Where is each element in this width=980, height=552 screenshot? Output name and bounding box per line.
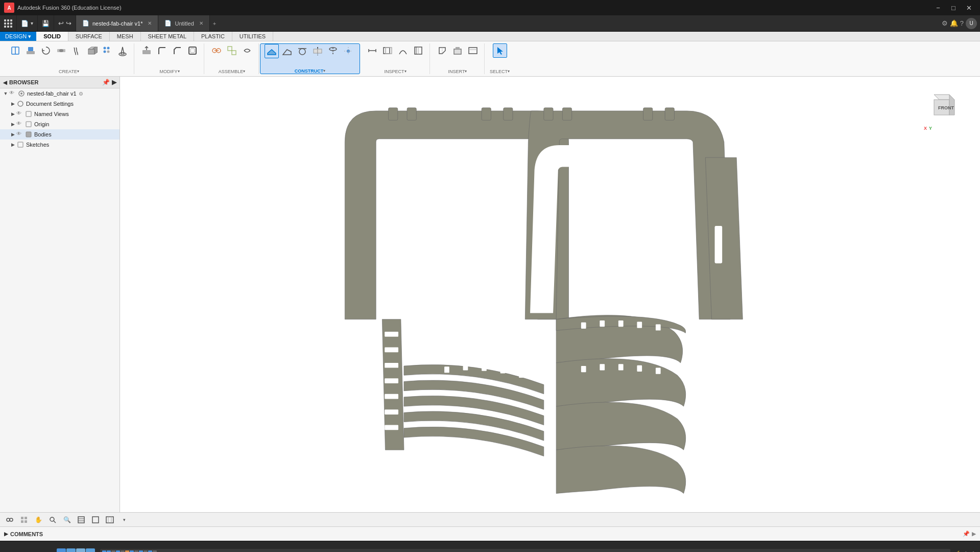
undo-button[interactable]: ↩ ↪ xyxy=(54,15,76,31)
design-menu-button[interactable]: DESIGN ▾ xyxy=(0,32,36,41)
zoom-in-icon[interactable]: 🔍 xyxy=(61,514,73,525)
axis-through-cylinder-tool[interactable] xyxy=(326,44,340,58)
toolbar-tab-mesh[interactable]: MESH xyxy=(110,32,141,41)
select-group-label[interactable]: SELECT ▾ xyxy=(490,68,510,74)
joint-tool[interactable] xyxy=(209,43,224,58)
loft-tool[interactable] xyxy=(115,43,130,58)
timeline-marker-sketch2[interactable] xyxy=(66,548,76,553)
curvature-comb-tool[interactable] xyxy=(396,43,410,58)
inspect-group-label[interactable]: INSPECT ▾ xyxy=(384,68,406,74)
browser-pin-icon[interactable]: 📌 xyxy=(102,79,110,86)
zebra-analysis-tool[interactable] xyxy=(411,43,425,58)
fillet-tool[interactable] xyxy=(155,43,169,58)
tree-origin-eye[interactable]: 👁 xyxy=(16,121,23,128)
toolbar-tab-surface[interactable]: SURFACE xyxy=(68,32,110,41)
timeline-item-5[interactable] xyxy=(121,550,125,553)
timeline-item-3[interactable] xyxy=(111,550,115,553)
timeline-compute-icon[interactable]: ⚡ xyxy=(953,550,961,553)
save-button[interactable]: 💾 xyxy=(38,15,54,31)
timeline-next-button[interactable]: ▶ xyxy=(33,549,41,553)
timeline-marker-sketch[interactable] xyxy=(57,548,66,553)
timeline-item-4[interactable] xyxy=(116,550,120,553)
canvas-area[interactable]: FRONT X Y .chair-part { fill: #8a8a7a; s… xyxy=(120,77,980,512)
motion-link-tool[interactable] xyxy=(240,43,254,58)
settings-display-arrow[interactable]: ▾ xyxy=(118,514,130,525)
midplane-tool[interactable] xyxy=(310,44,325,58)
comments-toggle[interactable]: ▶ COMMENTS xyxy=(4,531,43,537)
design-viewport[interactable]: .chair-part { fill: #8a8a7a; stroke: #66… xyxy=(120,77,980,512)
timeline-expand-icon[interactable]: ⇧ xyxy=(971,550,976,553)
browser-collapse-arrow[interactable]: ◀ xyxy=(3,80,7,85)
new-component-tool[interactable] xyxy=(8,43,22,58)
timeline-item-12[interactable] xyxy=(153,550,157,553)
tab-untitled[interactable]: 📄 Untitled ✕ xyxy=(158,15,209,31)
maximize-button[interactable]: □ xyxy=(946,2,961,13)
new-file-button[interactable]: 📄 ▾ xyxy=(17,15,38,31)
tree-bodies-eye[interactable]: 👁 xyxy=(16,131,23,138)
tree-named-views-eye[interactable]: 👁 xyxy=(16,110,23,118)
timeline-item-9[interactable] xyxy=(139,550,143,553)
tree-origin[interactable]: ▶ 👁 Origin xyxy=(0,119,119,129)
tree-root-actions[interactable]: ⚙ xyxy=(79,91,83,97)
modify-group-label[interactable]: MODIFY ▾ xyxy=(160,68,180,74)
timeline-marker-feature3[interactable] xyxy=(86,548,95,553)
more-display-icon[interactable] xyxy=(104,514,115,525)
timeline-item-2[interactable] xyxy=(107,550,111,553)
tab-untitled-close[interactable]: ✕ xyxy=(199,20,203,26)
tree-root-eye[interactable]: 👁 xyxy=(9,90,16,97)
tree-doc-settings[interactable]: ▶ Document Settings xyxy=(0,99,119,109)
viewcube[interactable]: FRONT X Y xyxy=(924,87,965,128)
create-group-label[interactable]: CREATE ▾ xyxy=(59,68,79,74)
settings-icon[interactable]: ⚙ xyxy=(942,19,948,27)
minimize-button[interactable]: − xyxy=(931,2,945,13)
revolve-tool[interactable] xyxy=(39,43,53,58)
as-built-joint-tool[interactable] xyxy=(225,43,239,58)
plane-at-angle-tool[interactable] xyxy=(280,44,294,58)
timeline-first-button[interactable]: ⏮ xyxy=(4,549,13,553)
shell-tool[interactable] xyxy=(185,43,200,58)
timeline-item-6[interactable] xyxy=(125,550,129,553)
timeline-item-10[interactable] xyxy=(144,550,148,553)
assemble-group-label[interactable]: ASSEMBLE ▾ xyxy=(219,68,246,74)
select-tool[interactable] xyxy=(493,43,507,58)
extrude-tool[interactable] xyxy=(23,43,38,58)
timeline-play-button[interactable]: ▶ xyxy=(24,549,32,553)
toolbar-tab-solid[interactable]: SOLID xyxy=(36,32,68,41)
browser-expand-icon[interactable]: ▶ xyxy=(112,79,116,86)
chamfer-tool[interactable] xyxy=(170,43,184,58)
tree-named-views[interactable]: ▶ 👁 Named Views xyxy=(0,109,119,119)
toolbar-tab-utilities[interactable]: UTILITIES xyxy=(232,32,273,41)
tree-root[interactable]: ▼ 👁 nested-fab_chair v1 ⚙ xyxy=(0,88,119,99)
notifications-icon[interactable]: 🔔 xyxy=(950,19,958,27)
pattern-tool[interactable] xyxy=(100,43,114,58)
user-avatar[interactable]: U xyxy=(966,18,977,29)
hole-tool[interactable] xyxy=(54,43,68,58)
view-cube-icon[interactable] xyxy=(90,514,101,525)
insert-derive-tool[interactable] xyxy=(435,43,449,58)
box-tool[interactable] xyxy=(85,43,99,58)
toolbar-tab-plastic[interactable]: PLASTIC xyxy=(194,32,232,41)
app-menu-button[interactable] xyxy=(0,15,17,31)
thread-tool[interactable] xyxy=(69,43,84,58)
offset-plane-tool[interactable] xyxy=(265,44,279,58)
grid-icon[interactable] xyxy=(18,514,30,525)
pan-icon[interactable]: ✋ xyxy=(33,514,44,525)
zoom-fit-icon[interactable] xyxy=(47,514,58,525)
tree-bodies[interactable]: ▶ 👁 Bodies xyxy=(0,129,119,140)
timeline-item-8[interactable] xyxy=(134,550,138,553)
timeline-item-11[interactable] xyxy=(148,550,152,553)
timeline-item-1[interactable] xyxy=(102,550,106,553)
display-settings-icon[interactable] xyxy=(76,514,87,525)
timeline-marker-extrude[interactable] xyxy=(76,548,85,553)
interference-tool[interactable] xyxy=(380,43,395,58)
timeline-track[interactable] xyxy=(100,549,950,553)
tab-close-button[interactable]: ✕ xyxy=(148,20,152,26)
close-button[interactable]: ✕ xyxy=(962,2,976,13)
insert-group-label[interactable]: INSERT ▾ xyxy=(448,68,467,74)
timeline-settings-icon[interactable]: ⚙ xyxy=(963,550,969,553)
timeline-prev-button[interactable]: ◀ xyxy=(15,549,22,553)
viewcube-box[interactable]: FRONT X Y xyxy=(924,87,960,123)
tangent-plane-tool[interactable] xyxy=(295,44,309,58)
construct-group-label[interactable]: CONSTRUCT ▾ xyxy=(295,67,326,74)
press-pull-tool[interactable] xyxy=(139,43,154,58)
